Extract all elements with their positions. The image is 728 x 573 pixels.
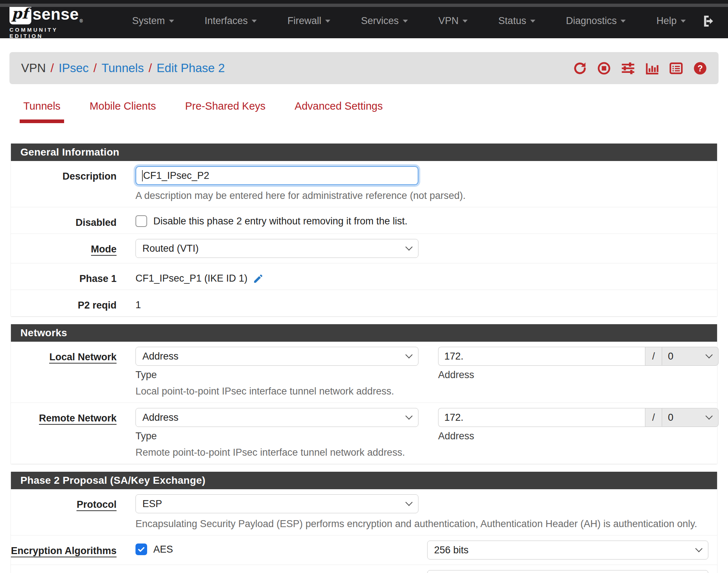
breadcrumb-link-edit-phase-2[interactable]: Edit Phase 2 (157, 61, 225, 75)
pf-logo-badge: pf (9, 4, 31, 24)
breadcrumb-actions: ? (572, 61, 708, 76)
sliders-icon[interactable] (621, 61, 635, 76)
text-cursor (142, 170, 143, 181)
nav-item-label: Firewall (287, 15, 321, 27)
remote-network-mask-value: 0 (668, 412, 673, 423)
breadcrumb-separator: / (149, 61, 152, 75)
pfsense-logo[interactable]: pf sense ® COMMUNITY EDITION (9, 4, 94, 39)
remote-network-type-select[interactable]: Address (135, 408, 418, 427)
aes128gcm-keylen-select[interactable]: Auto (427, 570, 708, 573)
tab-pre-shared-keys[interactable]: Pre-Shared Keys (185, 100, 265, 123)
chevron-down-icon (405, 499, 413, 506)
description-input[interactable]: CF1_IPsec_P2 (135, 166, 418, 185)
slash-addon: / (645, 408, 662, 427)
nav-item-firewall[interactable]: Firewall (272, 15, 346, 27)
address-caption: Address (438, 369, 719, 381)
top-navbar: pf sense ® COMMUNITY EDITION System Inte… (0, 0, 728, 38)
breadcrumb-root: VPN (21, 61, 46, 75)
nav-item-help[interactable]: Help (641, 15, 701, 27)
description-label: Description (11, 166, 135, 202)
section-title: Networks (11, 324, 717, 342)
description-row: Description CF1_IPsec_P2 A description m… (11, 161, 717, 207)
nav-item-label: System (132, 15, 165, 27)
aes-checkbox[interactable] (135, 543, 147, 555)
nav-item-interfaces[interactable]: Interfaces (189, 15, 272, 27)
p2reqid-row: P2 reqid 1 (11, 290, 717, 316)
phase1-value: CF1_IPsec_P1 (IKE ID 1) (135, 273, 248, 284)
nav-item-label: Help (656, 15, 677, 27)
help-icon[interactable]: ? (693, 61, 708, 76)
chevron-down-icon (325, 20, 330, 23)
chevron-down-icon (530, 20, 535, 23)
nav-item-label: VPN (438, 15, 459, 27)
tab-mobile-clients[interactable]: Mobile Clients (90, 100, 156, 123)
mode-value: Routed (VTI) (142, 243, 199, 254)
local-network-type-value: Address (142, 351, 178, 362)
mode-row: Mode Routed (VTI) (11, 234, 717, 263)
nav-item-services[interactable]: Services (346, 15, 423, 27)
list-alt-icon[interactable] (669, 61, 684, 76)
remote-network-address-value: 172. (444, 412, 464, 423)
local-network-address-input[interactable]: 172. (438, 347, 645, 366)
local-network-address-value: 172. (444, 351, 464, 362)
phase2-proposal-panel: Phase 2 Proposal (SA/Key Exchange) Proto… (11, 472, 717, 573)
mode-label: Mode (11, 239, 135, 258)
local-network-type-select[interactable]: Address (135, 347, 418, 366)
breadcrumb: VPN / IPsec / Tunnels / Edit Phase 2 (9, 52, 719, 84)
description-value: CF1_IPsec_P2 (143, 170, 209, 181)
description-help: A description may be entered here for ad… (135, 189, 708, 202)
edit-pencil-icon[interactable] (253, 273, 264, 284)
aes-keylen-select[interactable]: 256 bits (427, 541, 708, 560)
nav-item-label: Diagnostics (566, 15, 617, 27)
main-menu: System Interfaces Firewall Services VPN … (117, 15, 701, 27)
tab-advanced-settings[interactable]: Advanced Settings (295, 100, 383, 123)
refresh-icon[interactable] (572, 61, 587, 76)
type-caption: Type (135, 431, 418, 442)
phase1-row: Phase 1 CF1_IPsec_P1 (IKE ID 1) (11, 263, 717, 290)
remote-network-mask-select[interactable]: 0 (662, 408, 719, 427)
disabled-checkbox[interactable] (135, 215, 147, 227)
nav-item-diagnostics[interactable]: Diagnostics (551, 15, 641, 27)
nav-item-label: Status (498, 15, 526, 27)
breadcrumb-separator: / (94, 61, 97, 75)
remote-network-type-value: Address (142, 412, 178, 423)
page-tabs: Tunnels Mobile Clients Pre-Shared Keys A… (23, 100, 728, 123)
chevron-down-icon (705, 351, 713, 358)
nav-item-status[interactable]: Status (483, 15, 551, 27)
protocol-value: ESP (142, 498, 162, 510)
chevron-down-icon (405, 412, 413, 420)
local-network-help: Local point-to-point IPsec interface tun… (135, 385, 719, 397)
phase1-label: Phase 1 (11, 268, 135, 284)
tab-tunnels[interactable]: Tunnels (23, 100, 60, 123)
local-network-row: Local Network Address Type 172. / (11, 342, 717, 403)
slash-addon: / (645, 347, 662, 366)
chevron-down-icon (695, 545, 703, 552)
p2reqid-label: P2 reqid (11, 295, 135, 311)
community-edition-label: COMMUNITY EDITION (9, 27, 94, 39)
aes-keylen-value: 256 bits (434, 545, 469, 556)
protocol-select[interactable]: ESP (135, 494, 418, 513)
sign-out-icon[interactable] (701, 14, 716, 28)
remote-network-row: Remote Network Address Type 172. / (11, 403, 717, 464)
registered-mark: ® (79, 19, 83, 24)
general-information-panel: General Information Description CF1_IPse… (11, 144, 717, 316)
stop-circle-icon[interactable] (597, 61, 611, 76)
remote-network-address-input[interactable]: 172. (438, 408, 645, 427)
chevron-down-icon (169, 20, 174, 23)
chevron-down-icon (681, 20, 686, 23)
encryption-algorithms-label: Encryption Algorithms (11, 541, 135, 560)
remote-network-help: Remote point-to-point IPsec interface tu… (135, 446, 719, 459)
local-network-mask-select[interactable]: 0 (662, 347, 719, 366)
chart-bar-icon[interactable] (645, 61, 660, 76)
breadcrumb-link-ipsec[interactable]: IPsec (59, 61, 89, 75)
breadcrumb-link-tunnels[interactable]: Tunnels (102, 61, 144, 75)
nav-item-system[interactable]: System (117, 15, 189, 27)
mode-select[interactable]: Routed (VTI) (135, 239, 418, 258)
type-caption: Type (135, 369, 418, 381)
section-title: General Information (11, 144, 717, 161)
chevron-down-icon (405, 243, 413, 251)
empty-label (11, 570, 135, 573)
protocol-row: Protocol ESP Encapsulating Security Payl… (11, 489, 717, 535)
nav-item-vpn[interactable]: VPN (423, 15, 483, 27)
aes-checkbox-label: AES (153, 544, 173, 555)
